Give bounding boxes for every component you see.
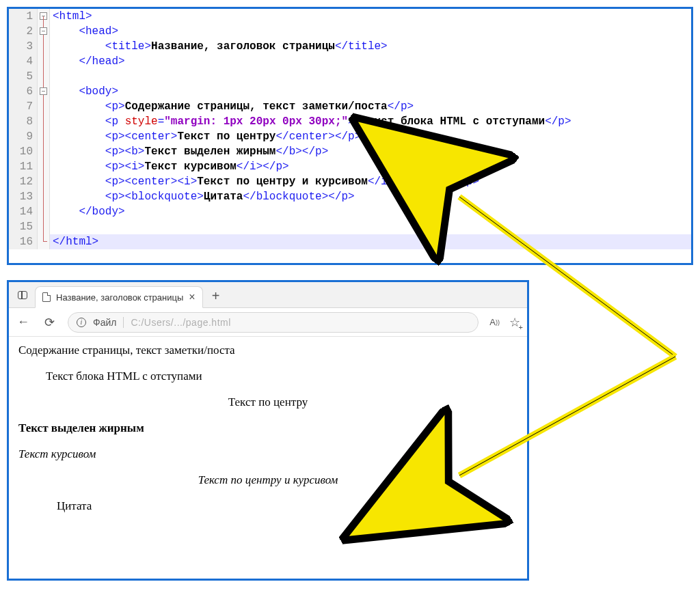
browser-tab-active[interactable]: Название, заголовок страницы ×: [35, 286, 203, 308]
line-number: 13: [9, 189, 38, 204]
favorite-button[interactable]: ☆: [509, 315, 520, 330]
code-line[interactable]: 11 <p><i>Текст курсивом</i></p>: [9, 159, 691, 174]
panel-icon: [18, 291, 27, 299]
line-number: 5: [9, 69, 38, 84]
tab-title: Название, заголовок страницы: [56, 292, 183, 303]
address-bar[interactable]: i Файл C:/Users/.../page.html: [68, 312, 479, 333]
line-number: 2: [9, 24, 38, 39]
code-line[interactable]: 12 <p><center><i>Текст по центру и курси…: [9, 174, 691, 189]
line-number: 14: [9, 204, 38, 219]
rendered-paragraph-center-italic: Текст по центру и курсивом: [18, 473, 517, 487]
line-number: 15: [9, 219, 38, 234]
code-content[interactable]: <body>: [50, 84, 691, 99]
line-number: 16: [9, 234, 38, 249]
line-number: 11: [9, 159, 38, 174]
rendered-paragraph-center: Текст по центру: [18, 396, 517, 409]
fold-gutter[interactable]: [38, 189, 50, 204]
refresh-button[interactable]: ⟳: [42, 315, 57, 330]
fold-gutter[interactable]: [38, 69, 50, 84]
line-number: 1: [9, 9, 38, 24]
code-line[interactable]: 8 <p style="margin: 1px 20px 0px 30px;">…: [9, 114, 691, 129]
code-line[interactable]: 10 <p><b>Текст выделен жирным</b></p>: [9, 144, 691, 159]
code-line[interactable]: 1<html>: [9, 9, 691, 24]
code-content[interactable]: <title>Название, заголовок страницы</tit…: [50, 39, 691, 54]
code-line[interactable]: 15: [9, 219, 691, 234]
code-line[interactable]: 3 <title>Название, заголовок страницы</t…: [9, 39, 691, 54]
browser-viewport: Содержание страницы, текст заметки/поста…: [9, 337, 527, 532]
tab-close-button[interactable]: ×: [189, 292, 195, 303]
rendered-paragraph: Содержание страницы, текст заметки/поста: [18, 344, 517, 357]
code-content[interactable]: [50, 69, 691, 84]
code-content[interactable]: <html>: [50, 9, 691, 24]
code-line[interactable]: 13 <p><blockquote>Цитата</blockquote></p…: [9, 189, 691, 204]
address-path: C:/Users/.../page.html: [131, 317, 230, 328]
code-line[interactable]: 2 <head>: [9, 24, 691, 39]
back-button[interactable]: ←: [16, 315, 31, 329]
code-content[interactable]: </html>: [50, 234, 691, 249]
code-line[interactable]: 14 </body>: [9, 204, 691, 219]
fold-gutter[interactable]: [38, 99, 50, 114]
line-number: 9: [9, 129, 38, 144]
code-content[interactable]: <p><b>Текст выделен жирным</b></p>: [50, 144, 691, 159]
code-editor-panel: 1<html>2 <head>3 <title>Название, заголо…: [7, 7, 693, 265]
rendered-paragraph-bold: Текст выделен жирным: [18, 421, 517, 435]
tab-actions-button[interactable]: [13, 286, 32, 305]
line-number: 6: [9, 84, 38, 99]
code-content[interactable]: <p><i>Текст курсивом</i></p>: [50, 159, 691, 174]
fold-gutter[interactable]: [38, 24, 50, 39]
code-content[interactable]: [50, 219, 691, 234]
line-number: 7: [9, 99, 38, 114]
fold-gutter[interactable]: [38, 129, 50, 144]
code-content[interactable]: </body>: [50, 204, 691, 219]
code-line[interactable]: 4 </head>: [9, 54, 691, 69]
read-aloud-button[interactable]: A)): [489, 317, 500, 327]
browser-window: Название, заголовок страницы × + ← ⟳ i Ф…: [7, 280, 529, 581]
fold-gutter[interactable]: [38, 54, 50, 69]
code-content[interactable]: <head>: [50, 24, 691, 39]
code-line[interactable]: 16</html>: [9, 234, 691, 249]
line-number: 4: [9, 54, 38, 69]
toolbar-right: A)) ☆: [489, 315, 520, 330]
code-line[interactable]: 9 <p><center>Текст по центру</center></p…: [9, 129, 691, 144]
fold-gutter[interactable]: [38, 204, 50, 219]
code-line[interactable]: 6 <body>: [9, 84, 691, 99]
fold-gutter[interactable]: [38, 159, 50, 174]
browser-toolbar: ← ⟳ i Файл C:/Users/.../page.html A)) ☆: [9, 308, 527, 337]
line-number: 8: [9, 114, 38, 129]
address-separator: [123, 317, 124, 328]
fold-gutter[interactable]: [38, 39, 50, 54]
code-content[interactable]: <p style="margin: 1px 20px 0px 30px;"> Т…: [50, 114, 691, 129]
fold-gutter[interactable]: [38, 144, 50, 159]
code-content[interactable]: </head>: [50, 54, 691, 69]
fold-gutter[interactable]: [38, 9, 50, 24]
line-number: 3: [9, 39, 38, 54]
code-line[interactable]: 5: [9, 69, 691, 84]
rendered-blockquote: Цитата: [57, 499, 517, 513]
file-icon: [42, 292, 51, 302]
code-content[interactable]: <p>Содержание страницы, текст заметки/по…: [50, 99, 691, 114]
rendered-paragraph-indent: Текст блока HTML с отступами: [46, 370, 517, 383]
code-content[interactable]: <p><center>Текст по центру</center></p>: [50, 129, 691, 144]
fold-gutter[interactable]: [38, 84, 50, 99]
new-tab-button[interactable]: +: [206, 286, 226, 306]
address-scheme: Файл: [93, 317, 116, 328]
fold-gutter[interactable]: [38, 234, 50, 249]
line-number: 12: [9, 174, 38, 189]
fold-gutter[interactable]: [38, 114, 50, 129]
code-content[interactable]: <p><center><i>Текст по центру и курсивом…: [50, 174, 691, 189]
fold-gutter[interactable]: [38, 219, 50, 234]
line-number: 10: [9, 144, 38, 159]
fold-gutter[interactable]: [38, 174, 50, 189]
browser-tabstrip: Название, заголовок страницы × +: [9, 282, 527, 308]
code-line[interactable]: 7 <p>Содержание страницы, текст заметки/…: [9, 99, 691, 114]
site-info-icon[interactable]: i: [77, 318, 86, 327]
code-content[interactable]: <p><blockquote>Цитата</blockquote></p>: [50, 189, 691, 204]
rendered-paragraph-italic: Текст курсивом: [18, 447, 517, 461]
